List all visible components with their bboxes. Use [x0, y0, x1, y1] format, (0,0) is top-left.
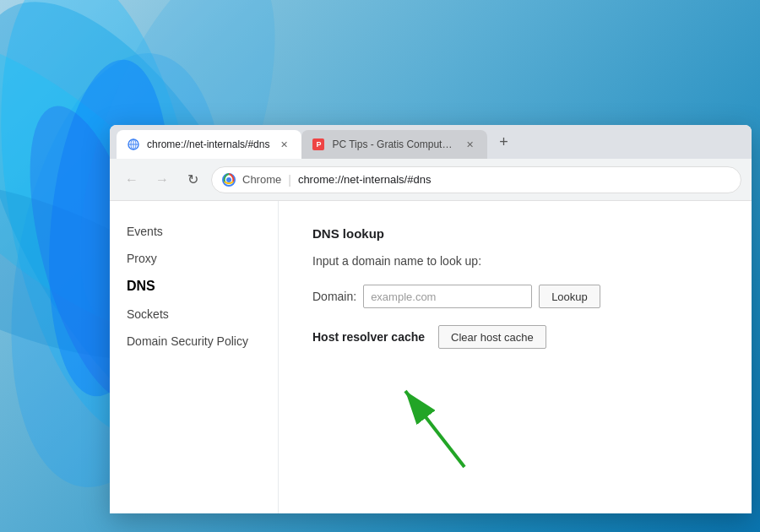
tab-pctips-favicon: P — [312, 138, 325, 151]
sidebar-item-events[interactable]: Events — [110, 218, 278, 245]
content-area: Events Proxy DNS Sockets Domain Security… — [110, 201, 752, 513]
sidebar-item-dns[interactable]: DNS — [110, 272, 278, 301]
tab-pctips[interactable]: P PC Tips - Gratis Computer Tips, i… ✕ — [301, 130, 487, 159]
tab-net-internals-title: chrome://net-internals/#dns — [147, 138, 269, 150]
clear-host-cache-button[interactable]: Clear host cache — [438, 325, 546, 349]
pctips-icon: P — [312, 138, 324, 150]
section-title: DNS lookup — [312, 226, 718, 241]
address-bar: ← → ↻ Chrome | chrome://net-internals/#d… — [110, 159, 752, 201]
sidebar-item-proxy[interactable]: Proxy — [110, 245, 278, 272]
globe-icon — [128, 138, 139, 150]
svg-line-15 — [405, 391, 464, 467]
domain-label: Domain: — [312, 290, 356, 303]
tab-net-internals-favicon — [127, 138, 140, 151]
forward-button[interactable]: → — [150, 168, 174, 192]
new-tab-button[interactable]: + — [491, 129, 516, 155]
main-panel: DNS lookup Input a domain name to look u… — [279, 201, 752, 513]
tab-pctips-title: PC Tips - Gratis Computer Tips, i… — [332, 138, 455, 150]
chrome-icon — [222, 173, 236, 187]
tab-pctips-close[interactable]: ✕ — [462, 137, 477, 152]
address-browser-name: Chrome — [242, 173, 281, 186]
svg-point-13 — [226, 177, 231, 182]
back-button[interactable]: ← — [120, 168, 144, 192]
tab-bar: chrome://net-internals/#dns ✕ P PC Tips … — [110, 125, 752, 159]
reload-button[interactable]: ↻ — [181, 168, 204, 192]
sidebar-item-domain-security-policy[interactable]: Domain Security Policy — [110, 328, 278, 355]
sidebar: Events Proxy DNS Sockets Domain Security… — [110, 201, 279, 513]
description-text: Input a domain name to look up: — [312, 254, 718, 268]
domain-lookup-row: Domain: Lookup — [312, 285, 718, 308]
domain-input[interactable] — [363, 285, 532, 308]
tab-net-internals-close[interactable]: ✕ — [276, 137, 291, 152]
sidebar-item-sockets[interactable]: Sockets — [110, 301, 278, 328]
cache-label: Host resolver cache — [312, 330, 425, 344]
address-separator: | — [288, 173, 291, 187]
address-input-wrapper[interactable]: Chrome | chrome://net-internals/#dns — [211, 166, 741, 193]
tab-net-internals[interactable]: chrome://net-internals/#dns ✕ — [117, 130, 301, 159]
arrow-svg — [380, 366, 515, 475]
address-url: chrome://net-internals/#dns — [298, 173, 730, 186]
browser-window: chrome://net-internals/#dns ✕ P PC Tips … — [110, 125, 752, 513]
cache-row: Host resolver cache Clear host cache — [312, 325, 718, 349]
lookup-button[interactable]: Lookup — [539, 285, 600, 308]
